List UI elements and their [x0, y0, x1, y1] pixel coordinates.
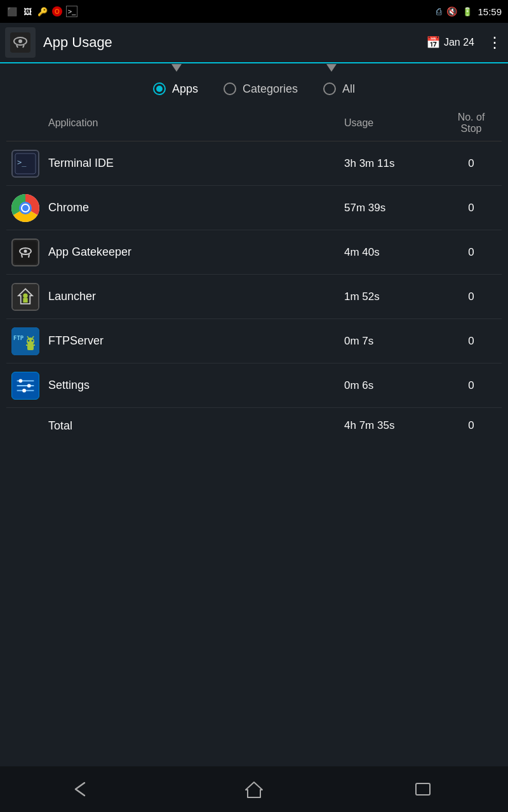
gatekeeper-icon [11, 239, 39, 266]
tab-apps[interactable]: Apps [153, 82, 198, 96]
table-row: Launcher 1m 52s 0 [6, 275, 502, 319]
app-name-settings: Settings [48, 379, 344, 392]
nav-recents-button[interactable] [398, 776, 449, 802]
table-row: FTP FTPServer 0m 7s 0 [6, 319, 502, 363]
table-row: Settings 0m 6s 0 [6, 363, 502, 408]
svg-rect-24 [27, 344, 34, 350]
app-usage-settings: 0m 6s [344, 379, 446, 392]
app-usage-ftp: 0m 7s [344, 335, 446, 348]
chrome-icon [11, 194, 39, 222]
status-icons-left: ⬛ 🖼 🔑 O >_ [6, 6, 77, 17]
svg-point-28 [32, 339, 34, 341]
calendar-icon: 📅 [426, 36, 440, 49]
svg-point-16 [24, 249, 27, 252]
svg-rect-38 [416, 783, 430, 795]
ftpserver-icon: FTP [11, 327, 39, 355]
scroll-left-indicator [171, 64, 182, 72]
svg-point-37 [22, 388, 26, 392]
app-usage-launcher: 1m 52s [344, 291, 446, 303]
status-icons-right: ⎙ 🔇 🔋 15:59 [436, 6, 502, 17]
radio-all [323, 82, 336, 95]
table-row: App Gatekeeper 4m 40s 0 [6, 230, 502, 275]
total-usage: 4h 7m 35s [344, 419, 446, 432]
status-bar: ⬛ 🖼 🔑 O >_ ⎙ 🔇 🔋 15:59 [0, 0, 508, 23]
app-usage-chrome: 57m 39s [344, 202, 446, 214]
svg-text:FTP: FTP [13, 335, 24, 341]
app-name-terminal: Terminal IDE [48, 157, 344, 170]
app-name-launcher: Launcher [48, 290, 344, 303]
svg-line-15 [29, 254, 29, 258]
svg-point-35 [19, 379, 23, 383]
radio-categories [224, 82, 236, 95]
bluetooth-icon: ⎙ [436, 6, 441, 16]
total-row: Total 4h 7m 35s 0 [6, 408, 502, 443]
radio-apps [153, 82, 166, 95]
app-icon-cell-ftp: FTP [11, 327, 48, 355]
app-name-chrome: Chrome [48, 201, 344, 214]
terminal-ide-icon: >_ [11, 150, 39, 178]
tab-apps-label: Apps [172, 82, 198, 96]
svg-point-4 [18, 39, 22, 43]
svg-point-11 [22, 205, 29, 211]
app-stop-settings: 0 [446, 379, 497, 392]
table-header: Application Usage No. ofStop [6, 105, 502, 141]
tab-bar: Apps Categories All [0, 72, 508, 105]
table-row: >_ Terminal IDE 3h 3m 11s 0 [6, 141, 502, 186]
col-header-usage: Usage [344, 117, 446, 129]
battery-icon: 🔋 [462, 7, 472, 16]
app-stop-terminal: 0 [446, 157, 497, 170]
header-title: App Usage [43, 34, 426, 51]
app-usage-terminal: 3h 3m 11s [344, 157, 446, 170]
svg-line-14 [22, 254, 22, 258]
svg-point-27 [28, 339, 30, 341]
tab-categories[interactable]: Categories [224, 82, 298, 96]
clock: 15:59 [478, 6, 502, 17]
app-stop-gatekeeper: 0 [446, 246, 497, 259]
opera-icon: O [52, 6, 62, 16]
app-icon-cell-chrome [11, 194, 48, 222]
key-icon: 🔑 [37, 6, 48, 17]
svg-point-36 [27, 384, 31, 388]
screenshot-icon: ⬛ [6, 6, 18, 17]
app-icon-cell-terminal: >_ [11, 150, 48, 178]
nav-back-button[interactable] [59, 776, 110, 802]
app-usage-gatekeeper: 4m 40s [344, 246, 446, 259]
app-stop-chrome: 0 [446, 202, 497, 214]
app-icon-cell-gatekeeper [11, 239, 48, 266]
app-logo [5, 27, 36, 58]
nav-home-button[interactable] [229, 776, 279, 802]
header: App Usage 📅 Jan 24 ⋮ [0, 23, 508, 63]
tab-all-label: All [342, 82, 355, 96]
mute-icon: 🔇 [446, 6, 457, 16]
svg-rect-21 [11, 327, 39, 355]
svg-text:>_: >_ [17, 158, 27, 167]
radio-apps-inner [156, 86, 163, 92]
app-icon-cell-settings [11, 372, 48, 400]
col-header-application: Application [11, 117, 344, 129]
terminal-icon: >_ [66, 6, 77, 17]
svg-point-19 [23, 293, 27, 298]
total-stop: 0 [446, 419, 497, 432]
col-header-stop: No. ofStop [446, 112, 497, 134]
app-name-gatekeeper: App Gatekeeper [48, 246, 344, 259]
app-icon-cell-launcher [11, 283, 48, 311]
launcher-icon [11, 283, 39, 311]
svg-rect-20 [23, 298, 27, 302]
date-text: Jan 24 [444, 37, 474, 48]
app-name-ftp: FTPServer [48, 334, 344, 348]
header-date: 📅 Jan 24 [426, 36, 474, 49]
scroll-indicators [0, 63, 508, 72]
app-stop-ftp: 0 [446, 335, 497, 348]
nav-bar [0, 766, 508, 812]
app-table: Application Usage No. ofStop >_ Terminal… [0, 105, 508, 443]
scroll-right-indicator [326, 64, 337, 72]
app-stop-launcher: 0 [446, 291, 497, 303]
tab-categories-label: Categories [243, 82, 298, 96]
tab-all[interactable]: All [323, 82, 355, 96]
total-label: Total [11, 419, 344, 433]
overflow-menu-button[interactable]: ⋮ [487, 34, 503, 51]
table-row: Chrome 57m 39s 0 [6, 186, 502, 230]
image-icon: 🖼 [22, 6, 33, 17]
settings-icon [11, 372, 39, 400]
